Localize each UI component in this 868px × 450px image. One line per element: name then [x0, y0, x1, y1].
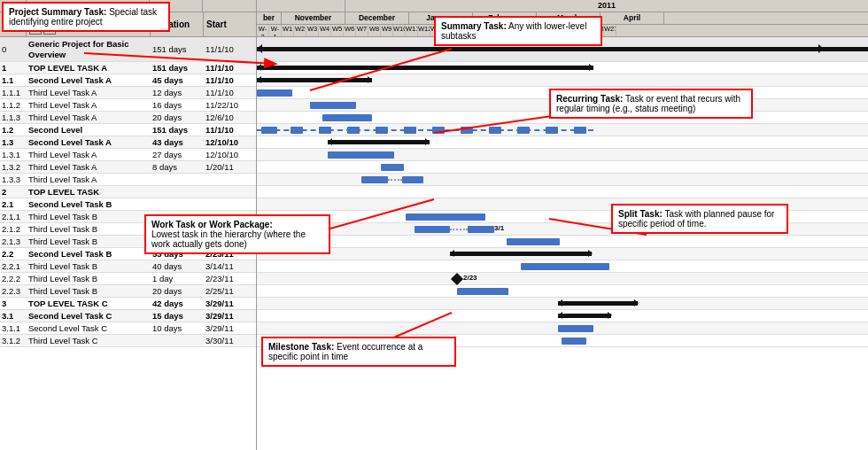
milestone-bar-2-2-2	[451, 273, 463, 285]
bar-2-2	[450, 252, 592, 256]
table-row: 3.1.2 Third Level Task C 3/30/11	[0, 335, 256, 347]
gantt-row-3	[257, 298, 868, 310]
gantt-row-2-1-3	[257, 236, 868, 248]
gantt-row-2-1-2: 3/1	[257, 223, 868, 236]
gantt-row-2-1	[257, 198, 868, 211]
month-nov: November	[282, 12, 345, 24]
rec-seg1	[261, 127, 277, 134]
milestone-label: 2/23	[463, 274, 477, 282]
table-row: 2.1.1 Third Level Task B	[0, 211, 256, 223]
table-row: 3 TOP LEVEL TASK C 42 days 3/29/11	[0, 298, 256, 310]
table-row: 1.1 Second Level Task A 45 days 11/1/10	[0, 74, 256, 87]
gantt-row-3-1-2	[257, 335, 868, 347]
gantt-row-1-1	[257, 74, 868, 87]
table-row: 1.3.3 Third Level Task A	[0, 174, 256, 186]
gantt-row-1-2	[257, 124, 868, 136]
recurring-bar-1-2	[257, 129, 593, 131]
sort-asc[interactable]: ▲	[29, 25, 42, 35]
month-mar: March	[537, 12, 601, 24]
date-label-3-1: 3/1	[494, 224, 504, 232]
rec-seg2	[291, 127, 303, 134]
task-bar-3-1-2	[562, 338, 586, 345]
gantt-row-1	[257, 62, 868, 74]
task-bar-1-1-1	[257, 89, 292, 97]
table-row: 2.1 Second Level Task B	[0, 198, 256, 211]
rec-seg5	[376, 127, 388, 134]
rec-seg8	[461, 127, 473, 134]
table-row: 2 TOP LEVEL TASK	[0, 186, 256, 198]
task-bar-2-2-1	[521, 263, 609, 270]
sort-desc[interactable]: ▼	[43, 25, 56, 35]
table-row: 0 Generic Project for Basic Overview 151…	[0, 37, 256, 62]
gantt-row-3-1-1	[257, 322, 868, 335]
bar-project-summary	[257, 47, 868, 51]
bar-3-1	[558, 314, 611, 318]
task-bar-1-3-1	[328, 151, 394, 159]
year-label-before	[257, 0, 345, 12]
task-bar-1-1-3	[322, 114, 372, 121]
gantt-row-1-1-2	[257, 99, 868, 112]
table-row: 1.3.2 Third Level Task A 8 days 1/20/11	[0, 161, 256, 174]
table-row: 2.2.3 Third Level Task B 20 days 2/25/11	[0, 285, 256, 298]
table-row: 2.2 Second Level Task B 53 days 2/23/11	[0, 248, 256, 260]
arrow-l	[257, 64, 261, 71]
bar-toplevel-a	[257, 66, 593, 70]
header-duration: Duration	[151, 12, 204, 36]
task-bar-2-1-1	[406, 213, 485, 221]
task-bar-3-1-1	[558, 325, 593, 332]
gantt-row-1-3-2	[257, 161, 868, 174]
rec-seg3	[319, 127, 331, 134]
table-row: 3.1 Second Level Task C 15 days 3/29/11	[0, 310, 256, 322]
gantt-row-project	[257, 37, 868, 62]
month-feb: February	[473, 12, 537, 24]
rec-seg10	[517, 127, 530, 134]
split-seg2	[402, 176, 423, 183]
year-label-2011: 2011	[345, 0, 868, 12]
split2-seg1	[415, 226, 450, 233]
rec-seg7	[432, 127, 445, 134]
gantt-row-2-2	[257, 248, 868, 260]
task-bar-1-1-2	[310, 102, 356, 109]
task-bar-2-2-3	[457, 288, 508, 295]
gantt-row-2	[257, 186, 868, 198]
rec-seg4	[347, 127, 360, 134]
table-row: 1.1.3 Third Level Task A 20 days 12/6/10	[0, 112, 256, 124]
bar-project-left-arrow	[257, 44, 262, 53]
table-row: 2.2.1 Third Level Task B 40 days 3/14/11	[0, 260, 256, 273]
header-start: Start	[204, 12, 252, 36]
gantt-row-1-1-1	[257, 87, 868, 99]
gantt-row-1-3-3	[257, 174, 868, 186]
table-row: 1.3.1 Third Level Task A 27 days 12/10/1…	[0, 149, 256, 161]
table-row: 2.2.2 Third Level Task B 1 day 2/23/11	[0, 273, 256, 285]
main-container: WBS Task Name ▲ ▼ Duration Start 0 Gener…	[0, 0, 868, 450]
table-row: 2.1.2 Third Level Task B	[0, 223, 256, 236]
table-row: 1.1.1 Third Level Task A 12 days 11/1/10	[0, 87, 256, 99]
gantt-bars-area: 3/1 2/23	[257, 37, 868, 347]
header-wbs: WBS	[0, 12, 27, 36]
gantt-row-2-2-1	[257, 260, 868, 273]
bar-project-right-arrow	[818, 44, 824, 53]
bar-3	[558, 301, 638, 306]
month-rest	[664, 12, 868, 24]
table-header: WBS Task Name ▲ ▼ Duration Start	[0, 12, 256, 37]
month-apr: April	[601, 12, 664, 24]
table-row: 1.3 Second Level Task A 43 days 12/10/10	[0, 136, 256, 149]
gantt-row-2-2-3	[257, 285, 868, 298]
table-row: 1.2 Second Level 151 days 11/1/10	[0, 124, 256, 136]
table-row: 1.1.2 Third Level Task A 16 days 11/22/1…	[0, 99, 256, 112]
rec-seg9	[489, 127, 501, 134]
gantt-row-1-3	[257, 136, 868, 149]
gantt-row-1-3-1	[257, 149, 868, 161]
rec-seg6	[404, 127, 416, 134]
bar-1-1	[257, 78, 372, 82]
task-bar-2-1-3	[507, 238, 560, 245]
weeks-header: W-2 W-1 W1 W2 W3 W4 W5 W6 W7 W8 W9 W10 W…	[257, 25, 868, 37]
table-rows: 0 Generic Project for Basic Overview 151…	[0, 37, 256, 347]
table-row: 3.1.1 Second Level Task C 10 days 3/29/1…	[0, 322, 256, 335]
month-ber: ber	[257, 12, 282, 24]
month-jan: January	[409, 12, 473, 24]
gantt-row-1-1-3	[257, 112, 868, 124]
split2-gap	[450, 229, 468, 230]
rec-seg11	[546, 127, 558, 134]
gantt-row-2-1-1	[257, 211, 868, 223]
